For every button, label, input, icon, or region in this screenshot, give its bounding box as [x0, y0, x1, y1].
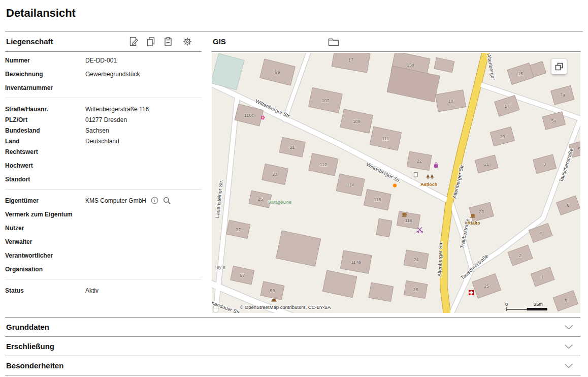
chevron-down-icon[interactable] — [564, 363, 573, 368]
field-row-nutzer: Nutzer — [5, 224, 202, 232]
accordion-label: Grunddaten — [6, 323, 49, 331]
map-building-number: 23 — [479, 209, 484, 214]
field-label: Nummer — [5, 57, 85, 64]
map-building-number: 19 — [500, 134, 505, 139]
liegenschaft-title: Liegenschaft — [6, 37, 53, 46]
field-row-rechtswert: Rechtswert — [5, 148, 202, 155]
gis-header: GIS — [212, 32, 580, 52]
accordion-list: Grunddaten Erschließung Besonderheiten — [5, 317, 580, 375]
field-row-bundesland: BundeslandSachsen — [5, 127, 202, 134]
field-value: KMS Computer GmbH — [85, 197, 171, 205]
map-poi-door — [414, 173, 417, 177]
map-building-number: 15 — [518, 71, 523, 76]
field-value: Deutschland — [85, 138, 119, 145]
field-value: Sachsen — [85, 127, 109, 134]
map-building-number: 3 — [543, 162, 546, 167]
map-building-number: 22 — [417, 159, 422, 164]
map-building-number: 21 — [484, 162, 489, 167]
field-label: Verantwortlicher — [5, 252, 85, 259]
map-building-number: 5a — [551, 118, 557, 123]
accordion-erschliessung[interactable]: Erschließung — [5, 337, 580, 356]
copy-icon[interactable] — [145, 36, 156, 47]
map-building-number: 3 — [564, 298, 567, 303]
map-building-number: 110c — [244, 113, 254, 118]
edit-document-icon[interactable] — [128, 36, 139, 47]
map-building-number: 7a — [560, 92, 566, 98]
map-building-number: 114a — [351, 260, 361, 265]
map-poi-cup — [402, 213, 407, 217]
field-label: Organisation — [5, 266, 85, 273]
field-group-divider — [5, 279, 202, 279]
map-scale-end: 25m — [534, 302, 543, 307]
map-poi-label: GarageOne — [268, 200, 291, 205]
field-value: Wittenbergerstraße 116 — [85, 106, 149, 113]
field-row-vermerk: Vermerk zum Eigentum — [5, 210, 202, 218]
chevron-down-icon[interactable] — [564, 344, 573, 349]
field-label: Status — [5, 287, 85, 294]
svg-text:Rialto: Rialto — [468, 221, 481, 226]
page-title: Detailansicht — [6, 7, 588, 20]
map-poi-cross — [469, 290, 474, 295]
search-icon[interactable] — [163, 197, 171, 205]
map-building-number: 99 — [275, 70, 280, 75]
field-row-inventarnummer: Inventarnummer — [5, 84, 202, 91]
field-label: Eigentümer — [5, 197, 85, 204]
map-building-number: 1 — [541, 274, 544, 279]
map-building-number: 26 — [413, 287, 418, 292]
gis-title: GIS — [213, 37, 226, 46]
map-building-number: 13a — [407, 62, 415, 68]
map-building-number: 25 — [257, 197, 263, 202]
map-building-number: 107 — [321, 98, 329, 103]
status-value: Aktiv — [85, 287, 99, 294]
map-building-number: 5 — [578, 146, 580, 151]
map-poi-label: Astloch — [420, 182, 437, 187]
liegenschaft-fields: NummerDE-DD-001 BezeichnungGewerbegrunds… — [5, 52, 202, 294]
info-icon[interactable] — [151, 197, 158, 204]
map-building-number: 6 — [567, 203, 569, 208]
map-attribution: © OpenStreetMap contributors, CC-BY-SA — [240, 304, 331, 310]
map-building-number: 2 — [519, 253, 521, 258]
field-group-divider — [5, 98, 202, 98]
field-label: Bezeichnung — [5, 71, 85, 78]
map-building-number: 27 — [236, 227, 241, 232]
field-row-verwalter: Verwalter — [5, 238, 202, 245]
gis-map-canvas: 991713a1071091111815177a5a195213110c2123… — [212, 53, 580, 313]
svg-text:Astloch: Astloch — [420, 182, 437, 187]
liegenschaft-panel: Liegenschaft — [5, 32, 202, 313]
field-row-bezeichnung: BezeichnungGewerbegrundstück — [5, 70, 202, 78]
map-building-number: 4 — [539, 231, 542, 236]
map-building-number: 59 — [270, 288, 275, 293]
field-value: DE-DD-001 — [85, 57, 117, 64]
accordion-label: Besonderheiten — [6, 361, 63, 370]
svg-text:GarageOne: GarageOne — [268, 200, 291, 205]
field-row-standort: Standort — [5, 175, 202, 183]
field-label: Land — [5, 138, 85, 145]
accordion-grunddaten[interactable]: Grunddaten — [5, 318, 580, 337]
map-poi-dot — [393, 183, 397, 187]
gis-panel: GIS 991713a1071091111815177a5a195213110c… — [212, 32, 580, 313]
clipboard-icon[interactable] — [162, 36, 174, 47]
chevron-down-icon[interactable] — [564, 325, 573, 330]
field-label: Nutzer — [5, 225, 85, 232]
map-layers-button[interactable] — [551, 59, 567, 74]
liegenschaft-toolbar — [128, 36, 193, 47]
map-building-number: 112 — [320, 162, 327, 167]
accordion-besonderheiten[interactable]: Besonderheiten — [5, 356, 580, 375]
settings-gear-icon[interactable] — [182, 36, 193, 47]
map-building-number: 17 — [504, 104, 509, 109]
eigentuemer-value: KMS Computer GmbH — [85, 197, 146, 204]
map-building-number: 114 — [347, 182, 354, 187]
map-building-number: 17 — [348, 57, 353, 62]
map-building-number: 18 — [448, 99, 453, 104]
field-row-nummer: NummerDE-DD-001 — [5, 56, 202, 64]
field-label: Inventarnummer — [5, 84, 85, 91]
field-label: Hochwert — [5, 162, 85, 169]
field-label: Verwalter — [5, 238, 85, 245]
map-building-number: 109 — [353, 119, 361, 124]
svg-text:ey´s: ey´s — [217, 265, 226, 270]
map-building-number: 24 — [414, 257, 419, 262]
map-poi-label: Rialto — [468, 221, 481, 226]
map-building-number: 118 — [405, 218, 412, 223]
gis-map[interactable]: 991713a1071091111815177a5a195213110c2123… — [212, 53, 580, 313]
folder-icon[interactable] — [328, 37, 340, 47]
